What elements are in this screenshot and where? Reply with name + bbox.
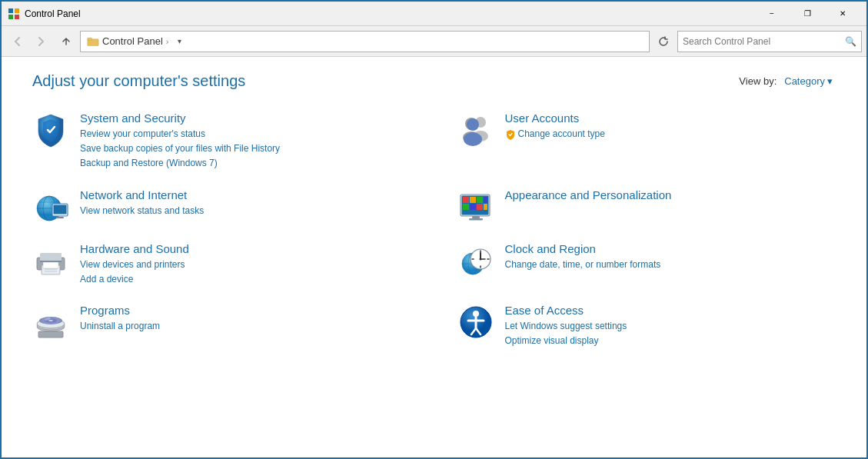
ease-of-access-title[interactable]: Ease of Access [505,304,836,317]
address-path-text: Control Panel [102,35,163,47]
categories-grid: System and Security Review your computer… [32,111,836,365]
programs-title[interactable]: Programs [80,304,411,317]
svg-rect-0 [8,8,13,13]
user-accounts-text: User Accounts Change account type [505,111,836,141]
svg-rect-2 [8,15,13,19]
search-input[interactable] [683,36,845,47]
appearance-icon [457,188,494,225]
clock-region-icon [457,242,494,279]
user-accounts-title[interactable]: User Accounts [505,111,836,125]
svg-rect-1 [15,8,19,13]
ease-of-access-link-2[interactable]: Optimize visual display [505,334,836,348]
view-by-control: View by: Category ▾ [739,74,836,88]
view-by-label: View by: [739,75,777,87]
system-security-link-2[interactable]: Save backup copies of your files with Fi… [80,141,411,156]
up-button[interactable] [55,31,77,52]
svg-point-50 [479,258,481,260]
svg-rect-36 [45,271,57,272]
svg-rect-35 [45,268,57,270]
ease-of-access-text: Ease of Access Let Windows suggest setti… [505,304,836,348]
forward-button[interactable] [31,31,52,52]
network-internet-text: Network and Internet View network status… [80,188,411,218]
address-dropdown-button[interactable]: ▾ [171,31,187,52]
programs-link-1[interactable]: Uninstall a program [80,319,411,334]
svg-rect-27 [470,204,476,210]
network-internet-icon [32,188,69,225]
page-title: Adjust your computer's settings [32,72,245,90]
address-path[interactable]: Control Panel › ▾ [80,31,650,52]
category-system-security: System and Security Review your computer… [32,111,411,171]
svg-rect-22 [463,197,469,203]
svg-rect-29 [484,204,487,210]
hardware-sound-title[interactable]: Hardware and Sound [80,242,411,255]
svg-rect-23 [470,197,476,203]
svg-point-11 [464,132,482,146]
ease-of-access-icon [457,304,494,341]
back-button[interactable] [6,31,28,52]
system-security-link-1[interactable]: Review your computer's status [80,127,411,141]
svg-rect-19 [56,217,64,218]
svg-rect-5 [88,38,92,40]
svg-point-10 [467,118,479,131]
user-accounts-link-1[interactable]: Change account type [505,127,836,141]
category-hardware-sound: Hardware and Sound View devices and prin… [32,242,411,287]
clock-region-link-1[interactable]: Change date, time, or number formats [505,258,836,272]
svg-rect-38 [40,261,62,262]
svg-rect-37 [43,262,58,268]
svg-rect-18 [54,205,67,214]
hardware-sound-text: Hardware and Sound View devices and prin… [80,242,411,287]
system-security-icon [32,111,69,148]
close-button[interactable]: ✕ [825,2,860,26]
search-box[interactable]: 🔍 [677,31,862,52]
search-icon: 🔍 [845,36,856,47]
svg-point-57 [48,320,53,321]
hardware-sound-icon [32,242,69,279]
network-internet-link-1[interactable]: View network status and tasks [80,204,411,218]
svg-rect-24 [477,197,483,203]
view-by-dropdown[interactable]: Category ▾ [781,74,836,88]
category-appearance: Appearance and Personalization [457,188,836,225]
category-ease-of-access: Ease of Access Let Windows suggest setti… [457,304,836,348]
ease-of-access-link-1[interactable]: Let Windows suggest settings [505,319,836,334]
svg-rect-3 [15,15,19,19]
svg-rect-26 [463,204,469,210]
minimize-button[interactable]: − [754,2,790,26]
title-bar-title: Control Panel [25,8,754,19]
svg-rect-30 [472,216,480,218]
category-user-accounts: User Accounts Change account type [457,111,836,171]
svg-rect-59 [38,331,63,338]
page-header: Adjust your computer's settings View by:… [32,72,836,90]
hardware-sound-link-2[interactable]: Add a device [80,272,411,287]
restore-button[interactable]: ❐ [790,2,825,26]
programs-icon [32,304,69,341]
system-security-title[interactable]: System and Security [80,111,411,125]
network-internet-title[interactable]: Network and Internet [80,188,411,201]
main-content: Adjust your computer's settings View by:… [2,57,866,459]
title-bar-controls: − ❐ ✕ [754,2,860,26]
user-accounts-icon [457,111,494,148]
title-bar: Control Panel − ❐ ✕ [2,2,866,26]
programs-text: Programs Uninstall a program [80,304,411,334]
svg-rect-33 [40,253,62,261]
title-bar-icon [8,8,20,20]
address-bar: Control Panel › ▾ 🔍 [2,26,866,57]
hardware-sound-link-1[interactable]: View devices and printers [80,258,411,272]
appearance-title[interactable]: Appearance and Personalization [505,188,836,201]
clock-region-title[interactable]: Clock and Region [505,242,836,255]
system-security-link-3[interactable]: Backup and Restore (Windows 7) [80,156,411,171]
category-clock-region: Clock and Region Change date, time, or n… [457,242,836,287]
svg-rect-31 [469,218,483,221]
clock-region-text: Clock and Region Change date, time, or n… [505,242,836,272]
system-security-text: System and Security Review your computer… [80,111,411,171]
svg-rect-25 [484,197,487,203]
refresh-button[interactable] [653,31,674,52]
category-programs: Programs Uninstall a program [32,304,411,348]
address-separator: › [166,37,169,46]
svg-rect-28 [477,204,483,210]
appearance-text: Appearance and Personalization [505,188,836,204]
category-network-internet: Network and Internet View network status… [32,188,411,225]
